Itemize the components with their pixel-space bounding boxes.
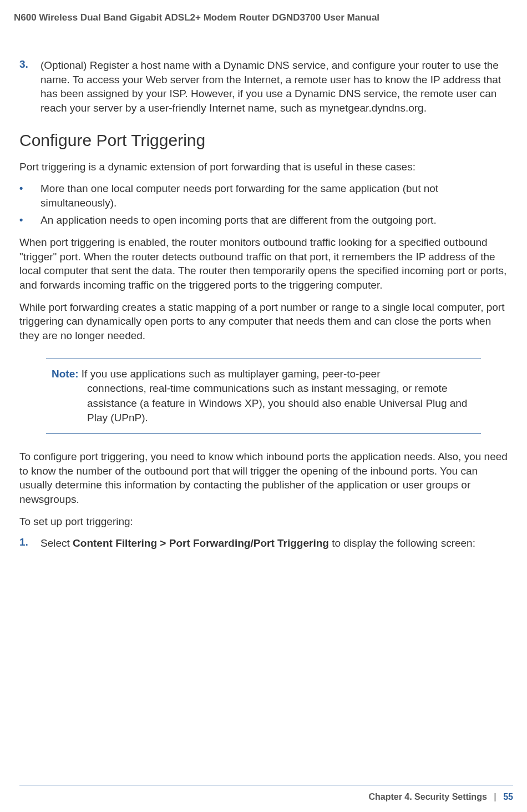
chapter-label: Chapter 4. Security Settings [368,792,487,801]
note-rest: connections, real-time communications su… [52,381,481,426]
footer-separator: | [494,792,496,801]
note-content: Note: If you use applications such as mu… [46,367,481,426]
paragraph: To configure port triggering, you need t… [19,450,508,507]
bullet-text: More than one local computer needs port … [40,181,508,210]
bullet-text: An application needs to open incoming po… [40,213,437,228]
document-header: N600 Wireless Dual Band Gigabit ADSL2+ M… [14,12,379,23]
intro-paragraph: Port triggering is a dynamic extension o… [19,160,508,174]
step-1-item: 1. Select Content Filtering > Port Forwa… [19,536,508,551]
note-box: Note: If you use applications such as mu… [46,359,481,434]
step-3-text: (Optional) Register a host name with a D… [40,58,508,115]
bullet-icon: • [19,213,40,228]
list-item: • An application needs to open incoming … [19,213,508,228]
step-1-text: Select Content Filtering > Port Forwardi… [40,536,475,551]
footer-rule [19,785,513,785]
paragraph: When port triggering is enabled, the rou… [19,235,508,292]
note-label: Note: [52,368,79,380]
bullet-list: • More than one local computer needs por… [19,181,508,228]
step1-suffix: to display the following screen: [329,537,475,549]
paragraph: While port forwarding creates a static m… [19,300,508,343]
page-content: 3. (Optional) Register a host name with … [19,58,508,566]
page-footer: Chapter 4. Security Settings | 55 [368,792,513,802]
step1-bold: Content Filtering > Port Forwarding/Port… [73,537,329,549]
section-heading: Configure Port Triggering [19,131,508,150]
note-first-line: If you use applications such as multipla… [82,368,381,380]
paragraph: To set up port triggering: [19,515,508,529]
step-number: 1. [19,536,40,551]
step1-prefix: Select [40,537,73,549]
step-3-item: 3. (Optional) Register a host name with … [19,58,508,115]
bullet-icon: • [19,181,40,210]
step-number: 3. [19,58,40,115]
list-item: • More than one local computer needs por… [19,181,508,210]
page-number: 55 [503,792,513,801]
manual-title: N600 Wireless Dual Band Gigabit ADSL2+ M… [14,12,379,23]
